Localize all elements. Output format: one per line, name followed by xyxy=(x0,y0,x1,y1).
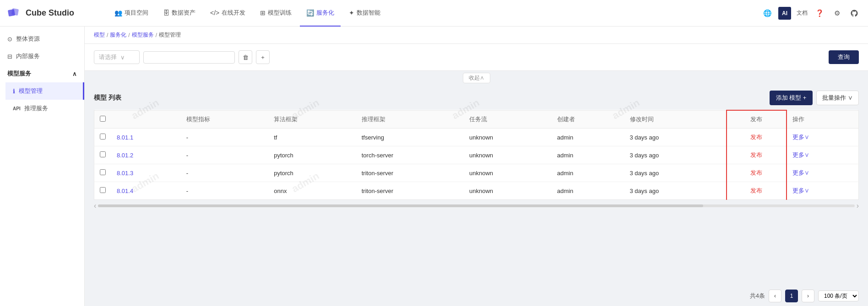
table-row: 8.01.2 - pytorch torch-server unknown ad… xyxy=(94,146,859,164)
delete-button[interactable]: 🗑 xyxy=(239,50,252,64)
batch-operations-button[interactable]: 批量操作 ∨ xyxy=(816,91,859,105)
help-icon[interactable]: ❓ xyxy=(813,7,826,20)
service-icon: 🔄 xyxy=(306,9,314,16)
scroll-left-arrow[interactable]: ‹ xyxy=(94,202,96,210)
ai-icon: ✦ xyxy=(349,9,354,16)
row3-more-button[interactable]: 更多∨ xyxy=(792,169,853,177)
model-table: 模型指标 算法框架 推理框架 任务流 创建者 修改时间 发布 操作 xyxy=(94,110,859,200)
table-header-row: 模型 列表 添加 模型 + 批量操作 ∨ xyxy=(94,85,859,110)
row1-algo: tf xyxy=(268,129,356,146)
github-icon[interactable] xyxy=(848,7,861,20)
sidebar-label-infer-service: 推理服务 xyxy=(24,104,48,113)
breadcrumb-current: 模型管理 xyxy=(159,31,181,39)
row2-modified: 3 days ago xyxy=(624,146,727,164)
row4-actions-cell: 更多∨ xyxy=(787,182,859,200)
col-metrics: 模型指标 xyxy=(181,110,269,129)
main-layout: ⊙ 整体资源 ⊟ 内部服务 模型服务 ∧ ℹ 模型管理 API 推理服务 模型 xyxy=(0,27,868,306)
infer-service-icon: API xyxy=(13,106,21,111)
row4-checkbox[interactable] xyxy=(100,187,106,193)
row3-actions-cell: 更多∨ xyxy=(787,164,859,182)
collapse-button[interactable]: 收起∧ xyxy=(463,73,490,83)
row1-checkbox[interactable] xyxy=(100,134,106,140)
row4-publish-button[interactable]: 发布 xyxy=(750,187,762,194)
nav-item-dev[interactable]: </> 在线开发 xyxy=(204,0,252,27)
prev-page-button[interactable]: ‹ xyxy=(769,290,781,302)
scroll-row: ‹ › xyxy=(94,200,859,212)
settings-icon[interactable]: ⚙ xyxy=(830,7,843,20)
sidebar-label-internal: 内部服务 xyxy=(16,52,40,60)
next-page-button[interactable]: › xyxy=(802,290,814,302)
nav-label-train: 模型训练 xyxy=(268,9,292,17)
row2-name: 8.01.2 xyxy=(111,146,181,164)
row4-name-link[interactable]: 8.01.4 xyxy=(117,188,133,194)
select-all-checkbox[interactable] xyxy=(100,116,106,122)
row1-name-link[interactable]: 8.01.1 xyxy=(117,134,133,141)
scroll-right-arrow[interactable]: › xyxy=(857,202,859,210)
row3-publish-button[interactable]: 发布 xyxy=(750,169,762,176)
sidebar-item-overall[interactable]: ⊙ 整体资源 xyxy=(0,30,84,48)
lang-icon[interactable]: 🌐 xyxy=(761,7,774,20)
row3-algo: pytorch xyxy=(268,164,356,182)
nav-item-data[interactable]: 🗄 数据资产 xyxy=(157,0,202,27)
row2-infer: torch-server xyxy=(356,146,464,164)
row2-publish-button[interactable]: 发布 xyxy=(750,151,762,158)
query-button[interactable]: 查询 xyxy=(829,50,859,64)
row2-name-link[interactable]: 8.01.2 xyxy=(117,152,133,159)
table-body: 8.01.1 - tf tfserving unknown admin 3 da… xyxy=(94,129,859,200)
row1-more-button[interactable]: 更多∨ xyxy=(792,133,853,141)
col-actions: 操作 xyxy=(787,110,859,129)
filter-bar: 请选择 ∨ 🗑 + 查询 xyxy=(85,44,868,71)
row4-task: unknown xyxy=(464,182,552,200)
nav-item-train[interactable]: ⊞ 模型训练 xyxy=(254,0,298,27)
table-area: admin admin admin admin admin admin 模型 列… xyxy=(85,85,868,286)
row2-publish-cell: 发布 xyxy=(727,146,787,164)
sidebar-section-model-service[interactable]: 模型服务 ∧ xyxy=(0,65,84,82)
page-size-select[interactable]: 100 条/页 50 条/页 20 条/页 xyxy=(818,290,859,301)
row1-publish-cell: 发布 xyxy=(727,129,787,146)
overall-icon: ⊙ xyxy=(7,36,12,43)
row3-name-link[interactable]: 8.01.3 xyxy=(117,170,133,177)
sidebar-item-model-mgmt[interactable]: ℹ 模型管理 xyxy=(5,82,84,100)
row2-checkbox[interactable] xyxy=(100,151,106,157)
filter-select-placeholder: 请选择 xyxy=(99,53,117,61)
row2-creator: admin xyxy=(552,146,624,164)
docs-icon[interactable]: 文档 xyxy=(796,7,808,20)
row4-modified: 3 days ago xyxy=(624,182,727,200)
sidebar-item-internal[interactable]: ⊟ 内部服务 xyxy=(0,48,84,65)
sidebar-item-infer-service[interactable]: API 推理服务 xyxy=(5,100,84,117)
nav-right-area: 🌐 AI 文档 ❓ ⚙ xyxy=(761,7,861,20)
col-creator: 创建者 xyxy=(552,110,624,129)
row1-task: unknown xyxy=(464,129,552,146)
content-area: 模型 / 服务化 / 模型服务 / 模型管理 请选择 ∨ 🗑 + 查询 收起∧ xyxy=(85,27,868,306)
row2-algo: pytorch xyxy=(268,146,356,164)
row3-infer: triton-server xyxy=(356,164,464,182)
row3-metrics: - xyxy=(181,164,269,182)
row3-name: 8.01.3 xyxy=(111,164,181,182)
row3-checkbox[interactable] xyxy=(100,169,106,175)
nav-item-project[interactable]: 👥 项目空间 xyxy=(108,0,155,27)
row3-modified: 3 days ago xyxy=(624,164,727,182)
row1-actions-cell: 更多∨ xyxy=(787,129,859,146)
row2-more-button[interactable]: 更多∨ xyxy=(792,151,853,159)
table-row: 8.01.3 - pytorch triton-server unknown a… xyxy=(94,164,859,182)
row4-more-button[interactable]: 更多∨ xyxy=(792,187,853,195)
nav-item-service[interactable]: 🔄 服务化 xyxy=(300,0,341,27)
table-title: 模型 列表 xyxy=(94,94,121,102)
ai-assistant-icon[interactable]: AI xyxy=(778,7,791,20)
row1-infer: tfserving xyxy=(356,129,464,146)
row4-publish-cell: 发布 xyxy=(727,182,787,200)
filter-select[interactable]: 请选择 ∨ xyxy=(94,50,140,64)
row1-publish-button[interactable]: 发布 xyxy=(750,134,762,140)
current-page-button[interactable]: 1 xyxy=(785,290,798,302)
project-icon: 👥 xyxy=(114,9,122,16)
nav-item-ai[interactable]: ✦ 数据智能 xyxy=(342,0,387,27)
row3-checkbox-cell xyxy=(94,164,112,182)
pagination-bar: 共4条 ‹ 1 › 100 条/页 50 条/页 20 条/页 xyxy=(85,286,868,306)
row2-actions-cell: 更多∨ xyxy=(787,146,859,164)
add-model-button[interactable]: 添加 模型 + xyxy=(770,91,813,105)
logo-area: Cube Studio xyxy=(7,6,108,21)
nav-label-dev: 在线开发 xyxy=(222,9,245,17)
filter-input[interactable] xyxy=(143,51,235,64)
add-filter-button[interactable]: + xyxy=(256,50,270,64)
row4-checkbox-cell xyxy=(94,182,112,200)
